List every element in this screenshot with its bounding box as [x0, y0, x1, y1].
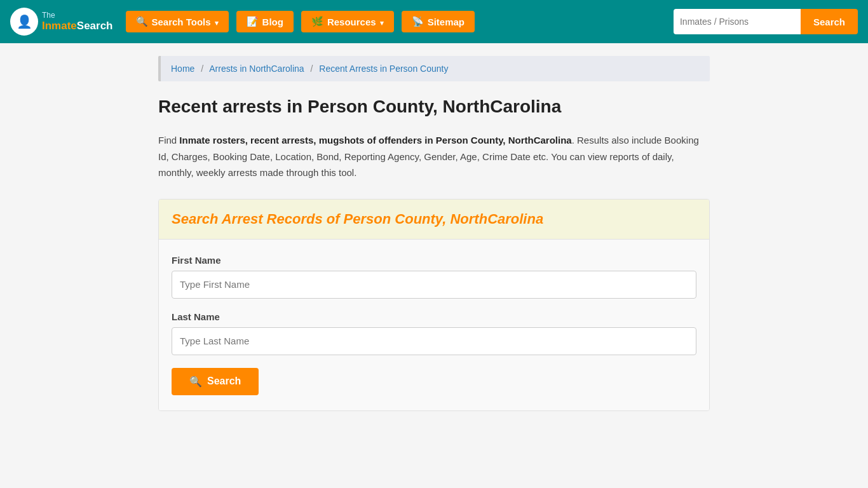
first-name-label: First Name — [172, 255, 696, 266]
resources-label: Resources — [327, 17, 376, 27]
first-name-group: First Name — [172, 255, 696, 299]
sitemap-icon: 📡 — [412, 16, 424, 27]
breadcrumb-home[interactable]: Home — [171, 64, 194, 74]
search-form-section: Search Arrest Records of Person County, … — [158, 199, 710, 411]
logo-text: The InmateSearch — [42, 11, 113, 33]
header-search-label: Search — [813, 17, 845, 27]
breadcrumb-arrests-nc[interactable]: Arrests in NorthCarolina — [209, 64, 304, 74]
resources-chevron-icon — [380, 17, 384, 27]
resources-icon: 🌿 — [311, 16, 323, 27]
search-submit-label: Search — [207, 376, 241, 387]
breadcrumb-sep-2: / — [311, 64, 313, 74]
logo-icon-box: 👤 — [10, 8, 38, 36]
search-form-body: First Name Last Name 🔍 Search — [159, 240, 709, 410]
last-name-input[interactable] — [172, 327, 696, 355]
site-logo[interactable]: 👤 The InmateSearch — [10, 8, 113, 36]
header-search-input[interactable] — [674, 9, 801, 34]
sitemap-label: Sitemap — [428, 17, 465, 27]
last-name-label: Last Name — [172, 311, 696, 322]
search-tools-chevron-icon — [215, 17, 219, 27]
person-search-icon: 👤 — [17, 14, 32, 29]
last-name-group: Last Name — [172, 311, 696, 355]
find-prefix: Find — [158, 135, 179, 146]
header-search-button[interactable]: Search — [801, 9, 858, 34]
breadcrumb-sep-1: / — [201, 64, 203, 74]
header-search-area: Search — [674, 9, 858, 34]
blog-label: Blog — [262, 17, 283, 27]
site-header: 👤 The InmateSearch 🔍 Search Tools 📝 Blog… — [0, 0, 868, 43]
search-tools-label: Search Tools — [152, 17, 211, 27]
description-bold: Inmate rosters, recent arrests, mugshots… — [179, 135, 571, 146]
breadcrumb-current[interactable]: Recent Arrests in Person County — [319, 64, 448, 74]
breadcrumb: Home / Arrests in NorthCarolina / Recent… — [158, 56, 710, 81]
resources-button[interactable]: 🌿 Resources — [301, 11, 394, 32]
page-description: Find Inmate rosters, recent arrests, mug… — [158, 132, 710, 181]
main-content: Home / Arrests in NorthCarolina / Recent… — [148, 43, 720, 424]
search-tools-button[interactable]: 🔍 Search Tools — [126, 11, 229, 32]
search-submit-icon: 🔍 — [189, 376, 202, 388]
page-title: Recent arrests in Person County, NorthCa… — [158, 97, 710, 117]
blog-icon: 📝 — [247, 16, 259, 27]
search-form-header: Search Arrest Records of Person County, … — [159, 200, 709, 240]
first-name-input[interactable] — [172, 271, 696, 299]
search-submit-button[interactable]: 🔍 Search — [172, 368, 259, 395]
blog-button[interactable]: 📝 Blog — [236, 11, 294, 32]
search-form-title: Search Arrest Records of Person County, … — [172, 211, 696, 227]
search-tools-icon: 🔍 — [136, 16, 148, 27]
sitemap-button[interactable]: 📡 Sitemap — [402, 11, 475, 32]
